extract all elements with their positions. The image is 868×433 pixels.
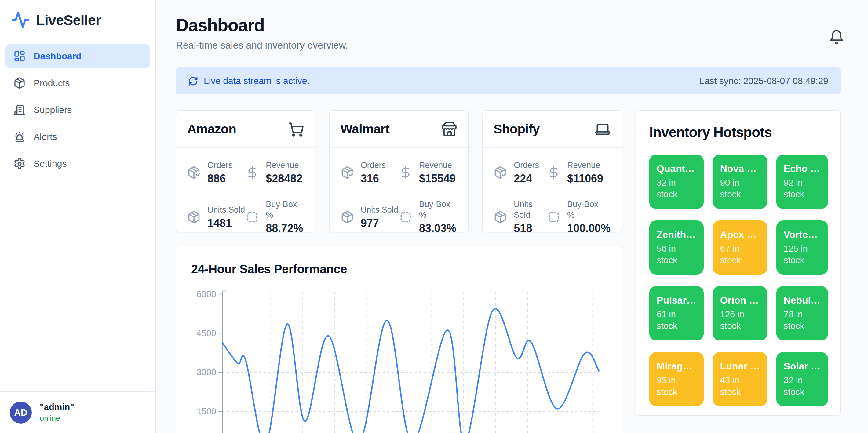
package-icon <box>341 210 354 224</box>
dollar-icon <box>246 166 259 179</box>
hotspot-tile[interactable]: Mirag…95 in stock <box>649 352 704 406</box>
hotspot-tile[interactable]: Zenith…56 in stock <box>649 220 704 275</box>
stat-buybox: Buy-Box %83.03% <box>399 199 457 235</box>
package-check-icon <box>341 166 354 179</box>
hotspot-tile[interactable]: Solar …32 in stock <box>776 352 828 406</box>
hotspot-tile[interactable]: Orion …126 in stock <box>713 286 767 340</box>
siren-icon <box>13 131 26 143</box>
main-content: Dashboard Real-time sales and inventory … <box>156 0 868 433</box>
svg-text:6000: 6000 <box>196 289 216 299</box>
marketplace-cards: Amazon Orders886 Revenue$28482 <box>176 110 622 233</box>
svg-text:4500: 4500 <box>196 328 216 338</box>
avatar: AD <box>10 402 32 424</box>
package-icon <box>494 210 507 224</box>
page-title: Dashboard <box>176 14 348 35</box>
package-check-icon <box>187 166 201 179</box>
app-name: LiveSeller <box>36 11 101 28</box>
dashed-box-icon <box>246 210 259 224</box>
marketplace-card-walmart: Walmart Orders316 Revenue$15549 <box>329 110 469 233</box>
hotspot-tile[interactable]: Quant…32 in stock <box>649 155 704 209</box>
stat-units-sold: Units Sold518 <box>494 199 547 235</box>
sidebar-item-label: Settings <box>34 158 67 169</box>
sidebar-item-alerts[interactable]: Alerts <box>5 125 150 149</box>
user-status: online <box>40 414 74 423</box>
chart-title: 24-Hour Sales Performance <box>191 262 347 276</box>
page-subtitle: Real-time sales and inventory overview. <box>176 40 348 51</box>
stat-revenue: Revenue$28482 <box>246 160 304 185</box>
stat-orders: Orders316 <box>341 160 399 185</box>
marketplace-name: Walmart <box>341 122 390 136</box>
marketplace-name: Amazon <box>187 122 236 136</box>
user-name: "admin" <box>40 402 74 412</box>
notifications-button[interactable] <box>829 29 844 44</box>
sidebar-item-label: Dashboard <box>34 51 82 61</box>
hotspots-title: Inventory Hotspots <box>649 124 827 141</box>
stat-buybox: Buy-Box %88.72% <box>246 199 304 235</box>
sidebar-item-label: Suppliers <box>34 105 72 115</box>
package-check-icon <box>494 166 507 179</box>
sidebar-item-dashboard[interactable]: Dashboard <box>5 44 150 68</box>
gear-icon <box>13 158 26 170</box>
activity-pulse-icon <box>11 10 30 29</box>
dollar-icon <box>547 166 560 179</box>
inventory-hotspots-card: Inventory Hotspots Quant…32 in stock Nov… <box>636 110 840 415</box>
marketplace-name: Shopify <box>494 122 540 136</box>
hotspot-tile[interactable]: Apex …67 in stock <box>713 220 767 275</box>
stat-units-sold: Units Sold1481 <box>187 199 246 235</box>
stat-orders: Orders224 <box>494 160 547 185</box>
stat-buybox: Buy-Box %100.00% <box>547 199 611 235</box>
sidebar-user: AD "admin" online <box>0 392 155 433</box>
marketplace-card-amazon: Amazon Orders886 Revenue$28482 <box>176 110 315 233</box>
hotspot-tiles: Quant…32 in stock Nova …90 in stock Echo… <box>649 155 827 406</box>
hotspot-tile[interactable]: Echo …92 in stock <box>776 155 828 209</box>
hotspot-tile[interactable]: Nebul…78 in stock <box>776 286 828 340</box>
package-icon <box>187 210 201 224</box>
dollar-icon <box>399 166 412 179</box>
sidebar-item-settings[interactable]: Settings <box>5 151 150 176</box>
building-icon <box>13 104 26 116</box>
hotspot-tile[interactable]: Lunar …43 in stock <box>713 352 767 406</box>
sidebar: LiveSeller Dashboard Products Suppliers … <box>0 0 156 433</box>
last-sync-timestamp: Last sync: 2025-08-07 08:49:29 <box>700 76 828 86</box>
hotspot-tile[interactable]: Pulsar…61 in stock <box>649 286 704 340</box>
dashed-box-icon <box>399 210 412 224</box>
sidebar-item-label: Products <box>34 78 70 88</box>
sidebar-item-label: Alerts <box>34 132 57 142</box>
sidebar-item-suppliers[interactable]: Suppliers <box>5 98 150 122</box>
stat-revenue: Revenue$11069 <box>547 160 611 185</box>
app-logo: LiveSeller <box>5 10 150 29</box>
page-header: Dashboard Real-time sales and inventory … <box>176 14 840 51</box>
sidebar-item-products[interactable]: Products <box>5 71 150 95</box>
live-status-banner: Live data stream is active. Last sync: 2… <box>176 67 840 94</box>
laptop-icon <box>595 121 611 137</box>
shopping-cart-icon <box>288 121 304 137</box>
stat-revenue: Revenue$15549 <box>399 160 457 185</box>
hotspot-tile[interactable]: Vorte…125 in stock <box>776 220 828 275</box>
dashed-box-icon <box>547 210 560 224</box>
bell-icon <box>829 29 844 44</box>
svg-text:1500: 1500 <box>196 406 216 416</box>
stat-orders: Orders886 <box>187 160 246 185</box>
banner-message: Live data stream is active. <box>204 76 310 86</box>
stat-units-sold: Units Sold977 <box>341 199 399 235</box>
hotspot-tile[interactable]: Nova …90 in stock <box>713 155 767 209</box>
store-icon <box>441 121 457 137</box>
refresh-icon <box>188 76 198 86</box>
package-icon <box>13 77 26 89</box>
sales-chart-card: 6000450030001500 24-Hour Sales Performan… <box>176 246 622 433</box>
svg-text:3000: 3000 <box>196 367 216 377</box>
layout-grid-icon <box>13 50 26 62</box>
sidebar-nav: Dashboard Products Suppliers Alerts Sett… <box>5 44 150 176</box>
marketplace-card-shopify: Shopify Orders224 Revenue$11069 <box>482 110 622 233</box>
